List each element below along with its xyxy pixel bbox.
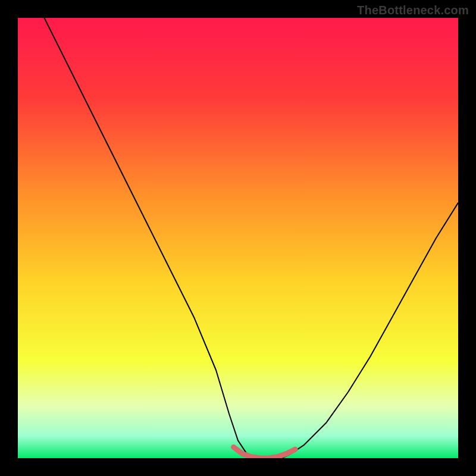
gradient-background xyxy=(18,18,458,458)
watermark-text: TheBottleneck.com xyxy=(357,4,469,17)
chart-frame: TheBottleneck.com xyxy=(0,0,476,476)
chart-svg xyxy=(18,18,458,458)
plot-area xyxy=(18,18,458,458)
